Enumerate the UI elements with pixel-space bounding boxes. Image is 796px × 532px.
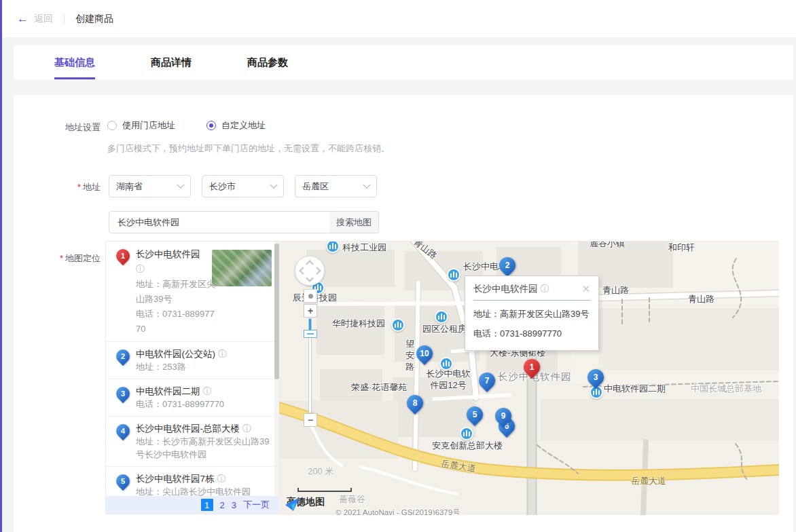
address-setting-label: 地址设置 bbox=[14, 121, 101, 134]
result-item-4[interactable]: 4长沙中电软件园-总部大楼ⓘ地址：长沙市高新开发区尖山路39号长沙中电软件园 bbox=[106, 417, 279, 467]
info-icon[interactable]: ⓘ bbox=[203, 386, 212, 396]
map-label: 科技工业园 bbox=[342, 242, 386, 253]
map-marker-10[interactable]: 10 bbox=[413, 342, 436, 365]
result-detail: 地址：长沙市高新开发区尖山路39号长沙中电软件园 bbox=[136, 435, 272, 461]
radio-checked-icon[interactable] bbox=[206, 121, 216, 130]
result-detail: 地址：高新开发区尖山路39号 bbox=[136, 277, 219, 307]
result-title-row: 中电软件园(公交站)ⓘ bbox=[136, 347, 272, 360]
map-label: 长沙中电软 件园12号 bbox=[424, 368, 473, 391]
pan-right-icon[interactable] bbox=[313, 267, 321, 274]
chevron-down-icon bbox=[177, 180, 184, 188]
map-module: 1长沙中电软件园ⓘ地址：高新开发区尖山路39号电话：0731-889977702… bbox=[105, 241, 778, 514]
tab-1[interactable]: 基础信息 bbox=[54, 56, 95, 79]
result-item-3[interactable]: 3中电软件园二期ⓘ电话：0731-88997770 bbox=[106, 379, 279, 417]
info-icon[interactable]: ⓘ bbox=[136, 264, 145, 274]
map-label: 麓谷小镇 bbox=[590, 242, 625, 249]
result-title: 中电软件园二期 bbox=[136, 386, 200, 396]
result-thumbnail bbox=[212, 250, 272, 286]
map-label: 蔷薇谷 bbox=[339, 493, 365, 505]
info-window-title: 长沙中电软件园 bbox=[473, 283, 538, 295]
map-search-input[interactable] bbox=[109, 211, 330, 233]
close-icon[interactable]: ✕ bbox=[581, 283, 590, 295]
radio-option-1[interactable]: 使用门店地址 bbox=[107, 119, 175, 132]
result-title: 长沙中电软件园7栋 bbox=[136, 474, 215, 484]
city-select[interactable]: 长沙市 bbox=[202, 175, 284, 197]
scrollbar-thumb[interactable] bbox=[274, 244, 279, 379]
map-marker-2[interactable]: 2 bbox=[496, 254, 519, 277]
result-item-1[interactable]: 1长沙中电软件园ⓘ地址：高新开发区尖山路39号电话：0731-88997770 bbox=[106, 242, 279, 342]
map-locate-control[interactable] bbox=[304, 289, 317, 303]
map-search-button[interactable]: 搜索地图 bbox=[329, 211, 379, 233]
map-marker-3[interactable]: 3 bbox=[584, 366, 607, 389]
map-marker-5[interactable]: 5 bbox=[463, 403, 486, 426]
map-locate-label: *地图定位 bbox=[14, 252, 101, 265]
result-detail: 电话：0731-88997770 bbox=[136, 398, 272, 411]
back-button[interactable]: 返回 bbox=[34, 13, 53, 25]
info-window-phone: 电话：0731-88997770 bbox=[473, 328, 590, 340]
result-detail: 地址：253路 bbox=[136, 360, 272, 373]
page-3[interactable]: 3 bbox=[232, 500, 236, 510]
result-content: 长沙中电软件园ⓘ地址：高新开发区尖山路39号电话：0731-88997770 bbox=[136, 247, 219, 337]
amap-logo: 高德地图 bbox=[285, 496, 325, 508]
tabs: 基础信息商品详情商品参数 bbox=[14, 45, 793, 79]
result-item-2[interactable]: 2中电软件园(公交站)ⓘ地址：253路 bbox=[106, 342, 279, 379]
map-pan-control[interactable] bbox=[295, 256, 325, 286]
poi-icon[interactable] bbox=[447, 268, 460, 282]
province-select[interactable]: 湖南省 bbox=[109, 175, 191, 197]
result-title-row: 长沙中电软件园-总部大楼ⓘ bbox=[136, 422, 272, 435]
page-title: 创建商品 bbox=[75, 13, 113, 25]
pan-down-icon[interactable] bbox=[306, 274, 313, 282]
accent-left-border bbox=[0, 0, 2, 532]
poi-icon[interactable] bbox=[435, 310, 448, 324]
chevron-down-icon bbox=[363, 180, 370, 188]
info-icon[interactable]: ⓘ bbox=[217, 474, 226, 484]
back-arrow-icon[interactable]: ← bbox=[17, 12, 29, 26]
zoom-out-button[interactable]: − bbox=[304, 413, 317, 427]
topbar: ← 返回 创建商品 bbox=[0, 0, 796, 37]
zoom-in-button[interactable]: + bbox=[304, 304, 317, 318]
next-page-button[interactable]: 下一页 bbox=[243, 499, 270, 511]
page-1[interactable]: 1 bbox=[201, 499, 213, 511]
map-marker-1[interactable]: 1 bbox=[520, 356, 543, 379]
radio-label: 自定义地址 bbox=[221, 119, 266, 132]
result-title-row: 长沙中电软件园7栋ⓘ bbox=[136, 472, 272, 485]
page-2[interactable]: 2 bbox=[220, 500, 225, 510]
map-marker-9[interactable]: 9 bbox=[492, 404, 515, 428]
map-label: 青山路 bbox=[688, 293, 714, 305]
list-scrollbar[interactable] bbox=[274, 242, 279, 514]
result-content: 长沙中电软件园-总部大楼ⓘ地址：长沙市高新开发区尖山路39号长沙中电软件园 bbox=[136, 422, 272, 461]
map-marker-7[interactable]: 7 bbox=[475, 369, 499, 392]
poi-icon[interactable] bbox=[439, 357, 453, 370]
map-label: 和印轩 bbox=[668, 242, 695, 253]
result-detail: 电话：0731-88997770 bbox=[136, 307, 219, 337]
map-label: 青山路 bbox=[602, 284, 629, 296]
map-label: 荣盛·花语馨苑 bbox=[351, 381, 407, 393]
map-info-window: 长沙中电软件园 ⓘ ✕ 地址：高新开发区尖山路39号 电话：0731-88997… bbox=[465, 276, 599, 351]
result-info-row: ⓘ bbox=[136, 262, 219, 277]
tab-2[interactable]: 商品详情 bbox=[151, 56, 192, 79]
poi-icon[interactable] bbox=[391, 318, 405, 332]
radio-unchecked-icon[interactable] bbox=[107, 121, 117, 130]
address-setting-hint: 多门店模式下，预约地址即下单门店的地址，无需设置，不能跨店核销。 bbox=[107, 142, 390, 155]
map-label: 望 安 路 bbox=[405, 338, 414, 373]
pan-up-icon[interactable] bbox=[306, 260, 313, 267]
poi-icon[interactable] bbox=[460, 427, 473, 440]
address-setting-radio-group: 使用门店地址自定义地址 bbox=[107, 119, 297, 132]
info-icon[interactable]: ⓘ bbox=[218, 349, 227, 359]
amap-canvas[interactable]: 科技工业园青山路麓谷小镇和印轩长沙中电软青山路青山路辰景科技园华时捷科技园园区公… bbox=[279, 242, 779, 515]
result-title-row: 长沙中电软件园 bbox=[136, 247, 219, 262]
radio-option-2[interactable]: 自定义地址 bbox=[206, 119, 266, 132]
district-select[interactable]: 岳麓区 bbox=[295, 175, 377, 197]
map-copyright: © 2021 AutoNavi - GS(2019)6379号 bbox=[336, 507, 460, 515]
info-window-address: 地址：高新开发区尖山路39号 bbox=[473, 308, 590, 320]
search-result-list: 1长沙中电软件园ⓘ地址：高新开发区尖山路39号电话：0731-889977702… bbox=[106, 242, 279, 514]
tab-3[interactable]: 商品参数 bbox=[247, 56, 288, 79]
map-scale-bar bbox=[297, 488, 352, 492]
zoom-slider-handle[interactable] bbox=[304, 330, 317, 338]
map-label: 岳麓大道 bbox=[631, 475, 666, 487]
required-asterisk: * bbox=[77, 182, 81, 192]
info-icon[interactable]: ⓘ bbox=[242, 423, 251, 434]
pan-left-icon[interactable] bbox=[299, 267, 306, 274]
list-pin-4: 4 bbox=[113, 421, 132, 440]
map-marker-8[interactable]: 8 bbox=[403, 392, 427, 415]
